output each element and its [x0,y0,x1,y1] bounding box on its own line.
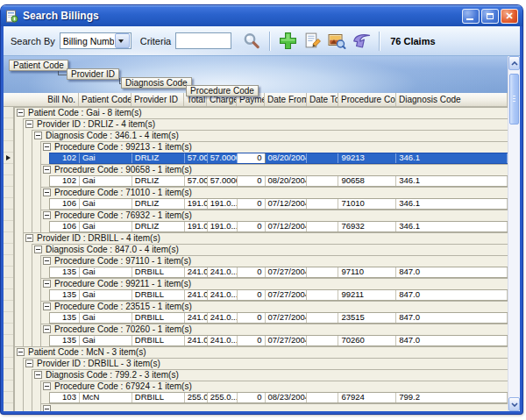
add-billing-button[interactable] [277,31,298,52]
column-header-patient-code[interactable]: Patient Code [79,93,132,106]
group-field-procedure-code[interactable]: Procedure Code [186,85,259,96]
collapse-icon[interactable] [25,234,33,242]
table-row[interactable]: 135GaiDRBILL241.0...241.0...007/27/20049… [14,289,508,301]
collapse-icon[interactable] [43,405,51,411]
column-header-date-to[interactable]: Date To [307,93,338,106]
cell-provider-id: DRBILL [132,290,185,300]
tree-indent-line [14,324,15,335]
cell-date-to [307,267,338,277]
cell-bill-no-: 135 [50,267,80,277]
cell-procedure-code: 90658 [338,176,396,186]
cell-charges: 255.0... [208,393,238,402]
group-field-patient-code[interactable]: Patient Code [9,60,68,71]
tree-indent-line [40,221,41,232]
group-row[interactable]: Provider ID : DRLIZ - 4 item(s) [14,118,508,130]
close-icon: ✕ [501,10,517,23]
group-row[interactable]: Procedure Code : 76932 - 1 item(s) [14,210,508,221]
group-row[interactable]: Patient Code : Gai - 8 item(s) [14,107,508,118]
column-header-provider-id[interactable]: Provider ID [132,93,184,106]
payment-edit-cell[interactable]: 0 [238,153,266,163]
collapse-icon[interactable] [43,166,51,174]
collapse-icon[interactable] [43,303,51,310]
cell-payme-: 0 [238,267,266,277]
cell-patient-code: Gai [80,267,132,277]
table-row[interactable]: 135GaiDRBILL241.0...241.0...007/27/20047… [14,335,508,346]
table-row[interactable]: 106GaiDRLIZ191.0...191.0...007/12/200476… [14,221,508,232]
collapse-icon[interactable] [43,280,51,288]
tree-indent-line [32,130,32,141]
group-row[interactable]: Procedure Code : 97110 - 1 item(s) [14,255,508,267]
minimize-button[interactable] [462,9,480,24]
table-row[interactable]: 102GaiDRLIZ57.00...57.0000008/20/2004906… [14,175,508,187]
collapse-icon[interactable] [17,348,25,356]
table-row[interactable]: 135GaiDRBILL241.0...241.0...007/27/20042… [14,312,508,324]
cell-date-from: 07/27/2004 [266,290,308,300]
group-row[interactable]: Provider ID : DRBILL - 4 item(s) [14,232,508,244]
group-label: Procedure Code : 90658 - 1 item(s) [54,164,192,175]
group-row[interactable]: Diagnosis Code : 847.0 - 4 item(s) [14,244,508,255]
collapse-icon[interactable] [25,120,33,128]
vertical-scrollbar[interactable] [508,56,520,411]
group-row[interactable]: Procedure Code : 23515 - 1 item(s) [14,301,508,312]
tree-indent-line [32,164,32,175]
collapse-icon[interactable] [43,143,51,151]
tree-indent-line [14,232,15,244]
group-row[interactable]: Patient Code : McN - 3 item(s) [14,346,508,358]
group-row[interactable]: Procedure Code : 90658 - 1 item(s) [14,164,508,175]
billing-tree-grid: Patient Code : Gai - 8 item(s)Provider I… [14,107,508,411]
group-row[interactable]: Procedure Code : 71010 - 1 item(s) [14,187,508,198]
group-field-provider-id[interactable]: Provider ID [67,68,119,80]
group-row[interactable]: Diagnosis Code : 346.1 - 4 item(s) [14,130,508,141]
report-icon [327,32,346,50]
scrollbar-thumb[interactable] [509,74,519,125]
collapse-icon[interactable] [43,382,51,390]
chevron-down-icon[interactable] [115,33,130,48]
view-report-button[interactable] [326,31,347,52]
collapse-icon[interactable] [25,359,33,367]
scroll-up-button[interactable] [508,56,520,70]
collapse-icon[interactable] [43,257,51,265]
titlebar[interactable]: Search Billings ✕ [1,5,522,26]
scroll-down-button[interactable] [508,397,520,411]
collapse-icon[interactable] [43,189,51,196]
group-row[interactable]: Diagnosis Code : 799.2 - 3 item(s) [14,369,508,381]
search-button[interactable] [241,31,262,52]
row-cells: 135GaiDRBILL241.0...241.0...007/27/20042… [49,312,508,324]
group-row[interactable]: Provider ID : DRBILL - 3 item(s) [14,358,508,369]
group-row-partial[interactable] [14,403,508,411]
close-button[interactable]: ✕ [501,9,518,24]
column-header-procedure-code[interactable]: Procedure Code [338,93,396,106]
criteria-input[interactable] [175,32,231,49]
collapse-icon[interactable] [17,109,25,117]
tree-indent-line [40,198,41,210]
table-row[interactable]: 102GaiDRLIZ57.00...57.0000008/20/2004992… [14,153,508,164]
collapse-icon[interactable] [43,211,51,219]
table-row[interactable]: 103McNDRBILL255.0...255.0...008/23/20046… [14,392,508,403]
table-row[interactable]: 106GaiDRLIZ191.0...191.0...007/12/200471… [14,198,508,210]
cell-total: 191.0... [185,222,208,231]
group-row[interactable]: Procedure Code : 70260 - 1 item(s) [14,324,508,335]
column-header-date-from[interactable]: Date From [265,93,307,106]
edit-billing-button[interactable] [302,31,323,52]
cell-patient-code: Gai [80,313,132,323]
row-cells: 135GaiDRBILL241.0...241.0...007/27/20047… [49,335,508,346]
collapse-icon[interactable] [34,371,42,379]
send-claims-button[interactable] [351,31,372,52]
group-row[interactable]: Procedure Code : 99213 - 1 item(s) [14,141,508,153]
collapse-icon[interactable] [34,132,42,139]
group-row[interactable]: Procedure Code : 99211 - 1 item(s) [14,278,508,289]
group-label: Diagnosis Code : 346.1 - 4 item(s) [46,130,179,141]
collapse-icon[interactable] [43,325,51,333]
cell-provider-id: DRBILL [132,336,185,345]
collapse-icon[interactable] [34,246,42,253]
group-field-diagnosis-code[interactable]: Diagnosis Code [121,77,192,89]
tree-indent-line [23,118,24,130]
app-icon[interactable] [5,10,18,23]
column-header-bill-no-[interactable]: Bill No. [4,93,79,106]
cell-date-from: 07/27/2004 [266,267,308,277]
maximize-button[interactable] [481,9,499,24]
column-header-diagnosis-code[interactable]: Diagnosis Code [396,93,508,106]
search-by-dropdown[interactable]: Billing Number [60,32,132,49]
group-row[interactable]: Procedure Code : 67924 - 1 item(s) [14,381,508,392]
table-row[interactable]: 135GaiDRBILL241.0...241.0...007/27/20049… [14,267,508,278]
